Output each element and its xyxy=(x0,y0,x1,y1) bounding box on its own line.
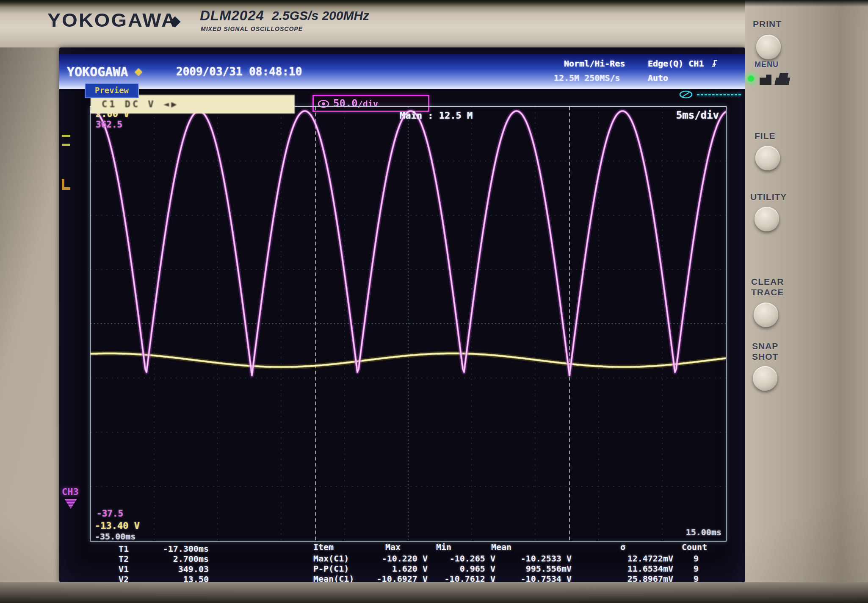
stat-count: 9 xyxy=(673,553,699,564)
stat-count: 9 xyxy=(673,564,699,574)
trigger-edge-icon xyxy=(710,58,719,68)
cyan-probe-icon xyxy=(678,90,695,99)
file-button[interactable] xyxy=(755,146,780,170)
utility-button[interactable] xyxy=(755,207,779,231)
cyan-dashed-line xyxy=(697,94,741,95)
cursor-value-top: 362.5 xyxy=(96,119,122,130)
timebase: 5ms/div xyxy=(676,109,719,121)
col-header-count: Count xyxy=(682,542,707,552)
col-header-sigma: σ xyxy=(620,542,625,552)
time-left-label: -35.00ms xyxy=(95,531,135,542)
stat-max: 1.620 V xyxy=(364,564,428,574)
acquisition-mode: Norml/Hi-Res xyxy=(564,58,625,69)
file-label: FILE xyxy=(755,131,810,141)
cursor-row-label: V1 xyxy=(119,564,129,574)
stat-min: 0.965 V xyxy=(432,564,495,574)
menu-label: MENU xyxy=(755,59,810,70)
cursor-value-bottom: -37.5 xyxy=(97,509,123,519)
snap-shot-label: SNAP SHOT xyxy=(752,341,786,362)
trigger-type: Edge(Q) CH1 xyxy=(648,58,704,69)
ch1-position-marker xyxy=(62,179,70,190)
model-subtitle: MIXED SIGNAL OSCILLOSCOPE xyxy=(201,25,303,32)
col-header-item: Item xyxy=(313,542,334,552)
cyan-channel-indicator xyxy=(678,90,742,99)
print-button[interactable] xyxy=(756,35,781,59)
utility-label: UTILITY xyxy=(750,192,805,202)
ch3-marker-block: CH3 xyxy=(62,486,87,509)
measurement-band: T1 -17.300ms T2 2.700ms V1 349.03 V2 13.… xyxy=(59,542,745,582)
bottom-bezel xyxy=(0,582,868,603)
stat-item: P-P(C1) xyxy=(313,564,349,574)
screen-header: YOKOGAWA ◆ 2009/03/31 08:48:10 Norml/Hi-… xyxy=(59,54,745,89)
time-right-label: 15.00ms xyxy=(686,527,721,537)
brand-diamond-icon: ◆ xyxy=(169,9,181,31)
menu-led xyxy=(748,75,754,82)
col-header-min: Min xyxy=(436,542,451,552)
model-specs: 2.5GS/s 200MHz xyxy=(272,8,369,23)
stat-min: -10.265 V xyxy=(432,553,495,564)
stat-max: -10.220 V xyxy=(364,553,428,564)
scope-screen: YOKOGAWA ◆ 2009/03/31 08:48:10 Norml/Hi-… xyxy=(59,47,745,582)
stat-mean: 995.556mV xyxy=(500,564,572,574)
stat-item: Max(C1) xyxy=(313,553,349,564)
oscilloscope-photo: YOKOGAWA ◆ DLM2024 2.5GS/s 200MHz MIXED … xyxy=(0,0,868,603)
ch3-label: CH3 xyxy=(62,486,79,497)
cursor-row-label: T1 xyxy=(119,544,129,554)
main-record-length: Main : 12.5 M xyxy=(400,110,473,121)
cursor-row-value: 2.700ms xyxy=(139,554,209,564)
cursor-row-value: 349.03 xyxy=(139,564,209,574)
graticule: 2.00 V 362.5 Main : 12.5 M 5ms/div -37.5… xyxy=(90,106,727,542)
ch3-level-icon xyxy=(64,499,77,509)
trigger-mode: Auto xyxy=(648,73,668,83)
control-panel: PRINT MENU FILE UTILITY CLEAR TRACE SNAP… xyxy=(745,0,868,603)
model-number: DLM2024 xyxy=(200,8,264,24)
datetime: 2009/03/31 08:48:10 xyxy=(176,65,302,78)
trigger-position-marker xyxy=(62,135,70,146)
printer-icon xyxy=(774,73,791,85)
preview-tab: Preview xyxy=(85,83,139,98)
screen-brand-diamond-icon: ◆ xyxy=(135,64,142,78)
sample-rate: 12.5M 250MS/s xyxy=(554,73,620,83)
top-bezel: YOKOGAWA ◆ DLM2024 2.5GS/s 200MHz MIXED … xyxy=(0,0,868,47)
cursor-row-value: -17.300ms xyxy=(139,544,209,554)
stat-sigma: 12.4722mV xyxy=(601,553,673,564)
col-header-mean: Mean xyxy=(491,542,511,552)
cursor-row-label: T2 xyxy=(119,554,129,564)
waveform-canvas xyxy=(91,107,726,541)
col-header-max: Max xyxy=(385,542,401,552)
snap-shot-button[interactable] xyxy=(753,366,777,391)
stat-mean: -10.2533 V xyxy=(500,553,572,564)
brand-logo: YOKOGAWA xyxy=(47,9,177,31)
screen-brand: YOKOGAWA xyxy=(67,64,128,79)
stat-sigma: 11.6534mV xyxy=(601,564,673,574)
clear-trace-button[interactable] xyxy=(754,303,778,327)
page-icon xyxy=(760,75,771,85)
clear-trace-label: CLEAR TRACE xyxy=(751,276,789,297)
print-label: PRINT xyxy=(753,19,808,29)
level-bottom: -13.40 V xyxy=(95,520,140,531)
